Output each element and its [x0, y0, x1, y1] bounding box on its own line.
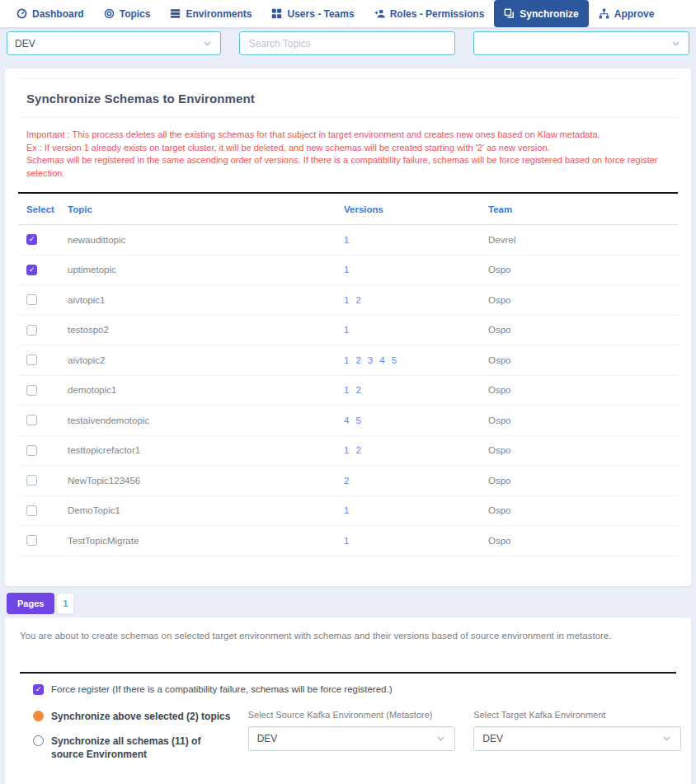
top-navbar: DashboardTopicsEnvironmentsUsers - Teams…: [0, 0, 696, 27]
nav-item-label: Topics: [120, 8, 151, 20]
sync-mode-option[interactable]: Synchronize above selected (2) topics: [33, 710, 232, 723]
environment-filter-select[interactable]: DEV: [7, 31, 221, 55]
version-link[interactable]: 4: [344, 415, 349, 425]
version-links: 1: [336, 505, 480, 515]
table-row: NewTopic1234562Ospo: [18, 466, 678, 496]
version-link[interactable]: 1: [344, 385, 349, 395]
topics-icon: [104, 8, 115, 19]
table-header-row: SelectTopicVersionsTeam: [18, 194, 678, 225]
radio-button[interactable]: [33, 735, 44, 746]
team-filter-select[interactable]: [473, 31, 689, 55]
roles-permissions-icon: [374, 8, 385, 19]
nav-item-environments[interactable]: Environments: [160, 0, 261, 27]
row-checkbox[interactable]: ✓: [26, 265, 37, 275]
nav-item-approve[interactable]: Approve: [589, 0, 665, 27]
radio-label: Synchronize above selected (2) topics: [51, 710, 230, 723]
nav-item-dashboard[interactable]: Dashboard: [7, 0, 94, 27]
warning-text: Important : This process deletes all the…: [18, 118, 678, 192]
version-link[interactable]: 1: [344, 265, 349, 275]
version-link[interactable]: 5: [392, 355, 397, 365]
version-link[interactable]: 1: [344, 536, 349, 546]
nav-item-topics[interactable]: Topics: [94, 0, 161, 27]
row-checkbox[interactable]: [26, 445, 37, 456]
row-checkbox[interactable]: [26, 505, 37, 516]
version-link[interactable]: 2: [355, 445, 360, 455]
version-link[interactable]: 1: [344, 325, 349, 335]
source-env-select[interactable]: DEV: [248, 726, 456, 751]
team-name: Ospo: [480, 295, 678, 305]
row-checkbox[interactable]: [26, 385, 37, 396]
target-env-select[interactable]: DEV: [473, 726, 681, 751]
source-env-value: DEV: [257, 733, 278, 744]
row-checkbox[interactable]: [26, 535, 37, 546]
sync-mode-option[interactable]: Synchronize all schemas (11) of source E…: [33, 735, 232, 761]
chevron-down-icon: [661, 733, 672, 744]
version-link[interactable]: 4: [379, 355, 384, 365]
team-name: Ospo: [480, 536, 678, 546]
version-link[interactable]: 2: [355, 385, 360, 395]
topic-name: TestTopicMigrate: [59, 536, 336, 546]
version-links: 1: [336, 265, 480, 275]
target-env-value: DEV: [482, 733, 503, 744]
topic-name: aivtopic1: [59, 295, 336, 305]
version-link[interactable]: 1: [344, 235, 349, 245]
target-env-group: Select Target Kafka Environment DEV: [473, 710, 681, 751]
table-row: ✓uptimetopic1Ospo: [18, 256, 678, 286]
column-header-versions: Versions: [336, 204, 480, 214]
sync-action-panel: You are about to create schemas on selec…: [5, 617, 691, 784]
version-links: 2: [336, 476, 480, 486]
row-checkbox[interactable]: [26, 475, 37, 486]
topic-name: uptimetopic: [59, 265, 336, 275]
filter-bar: DEV: [0, 27, 696, 60]
version-link[interactable]: 1: [344, 355, 349, 365]
search-topics-input[interactable]: [239, 31, 456, 55]
nav-item-users-teams[interactable]: Users - Teams: [261, 0, 364, 27]
topic-name: testaivendemotopic: [59, 415, 336, 425]
pages-label-button[interactable]: Pages: [7, 593, 54, 614]
row-checkbox[interactable]: [26, 325, 37, 336]
version-link[interactable]: 5: [355, 415, 360, 425]
version-links: 45: [336, 415, 480, 425]
version-link[interactable]: 2: [355, 295, 360, 305]
row-checkbox[interactable]: [26, 294, 37, 305]
version-links: 1: [336, 235, 480, 245]
team-name: Ospo: [480, 445, 678, 455]
table-row: ✓newaudittopic1Devrel: [18, 225, 678, 256]
version-links: 1: [336, 536, 480, 546]
version-link[interactable]: 1: [344, 295, 349, 305]
table-row: testospo21Ospo: [18, 316, 678, 346]
page-title: Synchronize Schemas to Environment: [18, 79, 678, 117]
source-env-group: Select Source Kafka Environment (Metasto…: [248, 710, 456, 751]
row-checkbox[interactable]: [26, 354, 37, 365]
topic-name: demotopic1: [59, 385, 336, 395]
version-link[interactable]: 1: [344, 445, 349, 455]
sync-options-form: Synchronize above selected (2) topicsSyn…: [33, 710, 681, 772]
topics-table: SelectTopicVersionsTeam ✓newaudittopic1D…: [18, 192, 678, 556]
warning-line: Important : This process deletes all the…: [26, 129, 670, 142]
nav-item-label: Approve: [614, 8, 655, 20]
page-number-button[interactable]: 1: [56, 593, 74, 614]
radio-button[interactable]: [33, 711, 44, 721]
team-name: Ospo: [480, 355, 678, 365]
version-link[interactable]: 2: [344, 476, 349, 486]
version-link[interactable]: 3: [368, 355, 373, 365]
sync-schemas-panel: Synchronize Schemas to Environment Impor…: [5, 68, 691, 586]
row-checkbox[interactable]: [26, 415, 37, 425]
nav-item-label: Users - Teams: [287, 8, 354, 20]
pagination: Pages 1: [7, 593, 696, 614]
force-register-row: ✓ Force register (If there is a compatib…: [33, 684, 681, 695]
force-register-label: Force register (If there is a compatibil…: [51, 684, 393, 694]
version-links: 12: [336, 445, 480, 455]
version-link[interactable]: 1: [344, 505, 349, 515]
table-row: DemoTopic11Ospo: [18, 496, 678, 527]
force-register-checkbox[interactable]: ✓: [33, 684, 44, 695]
approve-icon: [599, 8, 609, 19]
topic-name: aivtopic2: [59, 355, 336, 365]
chevron-down-icon: [435, 733, 446, 744]
chevron-down-icon: [202, 38, 213, 49]
nav-item-roles-permissions[interactable]: Roles - Permissions: [364, 0, 495, 27]
topic-name: newaudittopic: [59, 235, 336, 245]
row-checkbox[interactable]: ✓: [26, 234, 37, 245]
version-link[interactable]: 2: [355, 355, 360, 365]
nav-item-synchronize[interactable]: Synchronize: [494, 0, 588, 27]
